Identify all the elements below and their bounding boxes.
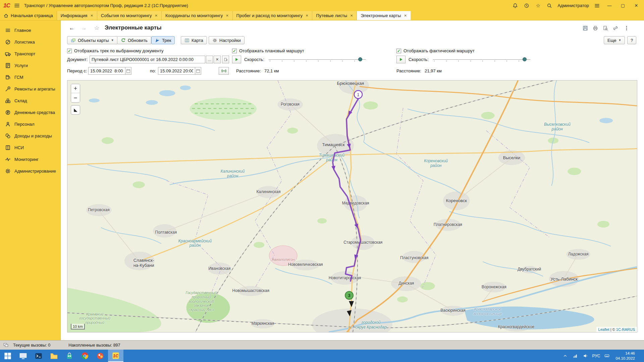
maximize-button[interactable]: ▢ xyxy=(619,2,627,9)
tab-close-icon[interactable]: ✕ xyxy=(90,14,93,17)
monitoring-beacon-button[interactable] xyxy=(219,67,229,75)
get-link-icon[interactable] xyxy=(612,24,619,32)
map-objects-button[interactable]: Объекты карты ▼ xyxy=(67,36,118,44)
planned-play-button[interactable] xyxy=(232,56,241,63)
tray-keyboard-icon[interactable] xyxy=(603,353,610,359)
taskbar-app-chrome[interactable] xyxy=(77,350,93,362)
favorites-star-icon[interactable]: ☆ xyxy=(535,2,541,9)
tab-5[interactable]: Электронные карты✕ xyxy=(357,11,411,20)
tray-volume-icon[interactable] xyxy=(582,353,589,359)
tab-0[interactable]: Информация✕ xyxy=(57,11,97,20)
period-to-input[interactable] xyxy=(158,67,195,75)
history-icon[interactable] xyxy=(523,2,530,9)
document-input[interactable] xyxy=(90,56,205,63)
help-button[interactable]: ? xyxy=(627,36,636,44)
show-track-label: Отображать трек по выбранному документу xyxy=(74,48,164,53)
save-icon[interactable] xyxy=(582,24,589,32)
taskbar-app-1c[interactable]: 1С xyxy=(108,350,123,362)
sidebar-item-transport[interactable]: Транспорт xyxy=(0,48,60,60)
sidebar-item-money[interactable]: Денежные средства xyxy=(0,107,60,118)
1c-logo: 1С xyxy=(3,2,10,9)
zoom-out-button[interactable]: − xyxy=(71,93,80,102)
tab-close-icon[interactable]: ✕ xyxy=(350,14,353,17)
current-user[interactable]: Администратор xyxy=(557,3,589,8)
period-to-calendar-button[interactable] xyxy=(195,67,201,75)
sidebar-item-monitoring[interactable]: Мониторинг xyxy=(0,154,60,165)
sidebar-item-admin[interactable]: Администрирование xyxy=(0,165,60,177)
start-button[interactable] xyxy=(0,350,15,362)
track-button[interactable]: Трек xyxy=(151,36,175,44)
sidebar-item-label: Транспорт xyxy=(14,51,36,56)
slider-handle[interactable] xyxy=(358,57,362,61)
document-choose-button[interactable]: … xyxy=(206,56,213,63)
more-kebab-icon[interactable] xyxy=(623,24,630,32)
period-from-calendar-button[interactable] xyxy=(125,67,131,75)
actual-speed-slider[interactable] xyxy=(433,56,530,63)
close-button[interactable]: ✕ xyxy=(632,2,641,9)
main-layout: ГлавноеЛогистикаТранспортУслугиГСМРемонт… xyxy=(0,20,644,340)
taskbar-app-explorer[interactable] xyxy=(46,350,62,362)
help-label: ? xyxy=(631,38,633,43)
taskbar-app-graphics[interactable] xyxy=(93,350,108,362)
settings-button[interactable]: Настройки xyxy=(209,36,245,44)
tab-close-icon[interactable]: ✕ xyxy=(404,14,407,17)
taskbar-spacer xyxy=(123,350,562,362)
tab-2[interactable]: Координаты по мониторингу✕ xyxy=(162,11,233,20)
tray-chevron-up-icon[interactable] xyxy=(562,353,569,359)
taskbar-app-taskview[interactable] xyxy=(15,350,31,362)
tab-3[interactable]: Пробег и расход по мониторингу✕ xyxy=(233,11,313,20)
print-preview-icon[interactable] xyxy=(602,24,609,32)
taskbar-app-store[interactable] xyxy=(62,350,77,362)
add-favorite-star-icon[interactable]: ☆ xyxy=(94,24,99,32)
provider-link[interactable]: 1C-RARUS xyxy=(616,327,635,331)
taskbar-app-terminal[interactable] xyxy=(31,350,46,362)
tab-close-icon[interactable]: ✕ xyxy=(155,14,158,17)
slider-handle[interactable] xyxy=(523,57,527,61)
refresh-button[interactable]: Обновить xyxy=(117,36,151,44)
period-from-input[interactable] xyxy=(88,67,125,75)
zoom-in-button[interactable]: + xyxy=(71,84,80,93)
slider-ticks xyxy=(270,61,365,61)
tab-4[interactable]: Путевые листы✕ xyxy=(312,11,357,20)
search-icon[interactable] xyxy=(546,2,553,9)
sidebar-item-fuel[interactable]: ГСМ xyxy=(0,71,60,83)
tab-bar: Начальная страница Информация✕События по… xyxy=(0,11,644,20)
show-actual-route-checkbox[interactable]: ✓ Отображать фактический маршрут xyxy=(396,48,475,53)
sidebar-item-logistics[interactable]: Логистика xyxy=(0,36,60,48)
sidebar-item-services[interactable]: Услуги xyxy=(0,60,60,71)
minimize-button[interactable]: — xyxy=(605,2,614,9)
show-planned-route-checkbox[interactable]: ✓ Отображать плановый маршрут xyxy=(232,48,304,53)
sidebar-item-menu[interactable]: Главное xyxy=(0,24,60,36)
tab-close-icon[interactable]: ✕ xyxy=(306,14,308,17)
layers-icon xyxy=(71,38,76,43)
map[interactable]: БрюховецкаяРоговскаяТимашевскТимашевский… xyxy=(67,80,637,333)
actual-play-button[interactable] xyxy=(396,56,406,63)
document-clear-button[interactable]: ✕ xyxy=(214,56,221,63)
user-menu-icon[interactable] xyxy=(594,2,600,9)
more-button[interactable]: Еще ▼ xyxy=(604,36,625,44)
sidebar-item-label: Услуги xyxy=(14,63,28,68)
tray-network-icon[interactable] xyxy=(572,353,579,359)
tab-1[interactable]: События по мониторингу✕ xyxy=(97,11,162,20)
language-indicator[interactable]: РУС xyxy=(592,354,600,358)
planned-speed-slider[interactable] xyxy=(269,56,366,63)
sidebar-item-nsi[interactable]: НСИ xyxy=(0,142,60,154)
sidebar-item-repairs[interactable]: Ремонты и агрегаты xyxy=(0,83,60,95)
taskbar-clock[interactable]: 14:46 04.10.2022 xyxy=(613,351,637,361)
sidebar-item-income[interactable]: Доходы и расходы xyxy=(0,130,60,142)
sidebar-item-warehouse[interactable]: Склад xyxy=(0,95,60,107)
print-icon[interactable] xyxy=(592,24,599,32)
sidebar-item-personnel[interactable]: Персонал xyxy=(0,118,60,130)
tab-home[interactable]: Начальная страница xyxy=(0,11,57,20)
leaflet-link[interactable]: Leaflet xyxy=(598,327,609,331)
notifications-bell-icon[interactable] xyxy=(512,2,519,9)
tab-close-icon[interactable]: ✕ xyxy=(226,14,228,17)
nav-forward-button[interactable]: → xyxy=(79,24,88,32)
document-open-button[interactable] xyxy=(222,56,229,63)
nav-back-button[interactable]: ← xyxy=(67,24,76,32)
show-track-checkbox[interactable]: ✓ Отображать трек по выбранному документ… xyxy=(67,48,164,53)
map-button[interactable]: Карта xyxy=(181,36,207,44)
measure-button[interactable] xyxy=(71,105,80,115)
main-menu-icon[interactable] xyxy=(13,2,21,9)
graphics-app-icon xyxy=(97,352,104,360)
